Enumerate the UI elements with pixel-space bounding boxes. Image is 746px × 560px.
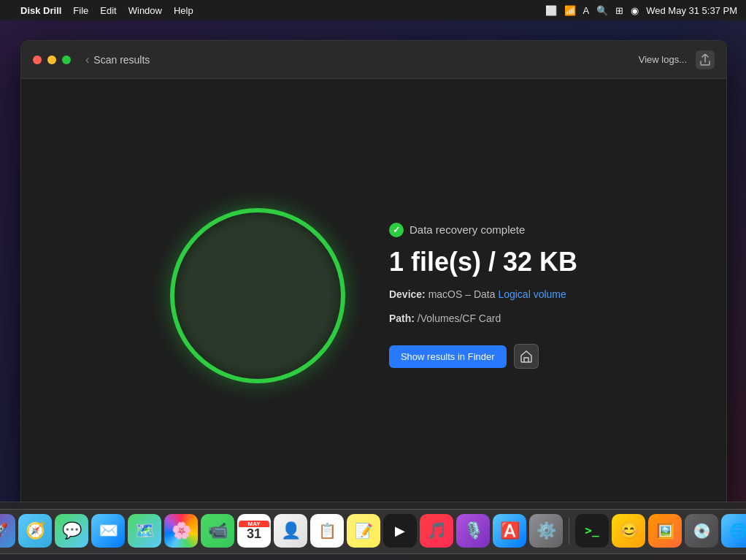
traffic-lights [33, 55, 71, 64]
home-icon [520, 350, 533, 363]
dock-item-disk-utility[interactable]: 💿 [685, 514, 718, 548]
menubar: Disk Drill File Edit Window Help ⬜ 📶 A 🔍… [0, 0, 746, 20]
control-center-icon[interactable]: ⊞ [615, 5, 623, 16]
app-name[interactable]: Disk Drill [20, 5, 61, 16]
siri-icon[interactable]: ◉ [631, 5, 639, 16]
check-icon: ✓ [389, 223, 404, 237]
dock-item-maps[interactable]: 🗺️ [128, 514, 161, 548]
view-logs-button[interactable]: View logs... [639, 54, 687, 65]
back-label: Scan results [93, 54, 150, 66]
dock-item-launchpad[interactable]: 🚀 [0, 514, 15, 548]
dock-item-preview[interactable]: 🖼️ [648, 514, 682, 548]
dock-item-photos[interactable]: 🌸 [164, 514, 198, 548]
menu-help[interactable]: Help [174, 5, 193, 16]
dock-item-podcasts[interactable]: 🎙️ [456, 514, 490, 548]
device-separator: – Data [465, 288, 498, 300]
status-text: Data recovery complete [409, 223, 525, 236]
device-line: Device: macOS – Data Logical volume [389, 286, 577, 302]
back-navigation[interactable]: ‹ Scan results [85, 53, 150, 66]
menu-window[interactable]: Window [128, 5, 162, 16]
info-panel: ✓ Data recovery complete 1 file(s) / 32 … [389, 223, 577, 369]
fullscreen-icon: ⬜ [545, 5, 557, 16]
path-label: Path: [389, 312, 415, 324]
disk-container [170, 208, 345, 383]
dock-item-facetime[interactable]: 📹 [201, 514, 234, 548]
chevron-left-icon: ‹ [85, 53, 89, 66]
device-label: Device: [389, 288, 426, 300]
path-line: Path: /Volumes/CF Card [389, 310, 577, 326]
dock-item-appstore[interactable]: 🅰️ [493, 514, 526, 548]
app-window: ‹ Scan results View logs... [20, 40, 727, 513]
buttons-row: Show results in Finder [389, 344, 577, 369]
device-name: macOS [428, 288, 463, 300]
dock-item-network[interactable]: 🌐 [721, 514, 746, 548]
dock-item-notes[interactable]: 📝 [347, 514, 380, 548]
dock-separator [569, 518, 569, 544]
title-bar: ‹ Scan results View logs... [21, 41, 726, 79]
dock-item-appletv[interactable]: ▶ [383, 514, 417, 548]
clock: Wed May 31 5:37 PM [646, 5, 737, 16]
device-type: Logical volume [498, 288, 566, 300]
share-icon [700, 54, 710, 66]
dock-item-music[interactable]: 🎵 [420, 514, 453, 548]
dock-item-contacts[interactable]: 👤 [274, 514, 307, 548]
dock-item-mail[interactable]: ✉️ [91, 514, 125, 548]
dock-item-calendar[interactable]: MAY 31 [237, 514, 271, 548]
disk-ring [170, 208, 345, 383]
dock: 🚀 🧭 💬 ✉️ 🗺️ 🌸 📹 MAY 31 [0, 502, 746, 560]
dock-item-reminders[interactable]: 📋 [310, 514, 344, 548]
home-button[interactable] [514, 344, 539, 369]
show-results-in-finder-button[interactable]: Show results in Finder [389, 345, 507, 368]
dock-item-messages[interactable]: 💬 [55, 514, 88, 548]
search-icon[interactable]: 🔍 [596, 5, 608, 16]
menu-edit[interactable]: Edit [100, 5, 116, 16]
minimize-button[interactable] [47, 55, 56, 64]
close-button[interactable] [33, 55, 42, 64]
maximize-button[interactable] [62, 55, 71, 64]
share-button[interactable] [696, 50, 715, 69]
menu-file[interactable]: File [73, 5, 88, 16]
dock-item-memoji[interactable]: 😊 [612, 514, 645, 548]
dock-inner: 🚀 🧭 💬 ✉️ 🗺️ 🌸 📹 MAY 31 [0, 509, 746, 554]
path-value: /Volumes/CF Card [418, 312, 501, 324]
dock-item-safari[interactable]: 🧭 [18, 514, 52, 548]
text-icon: A [583, 5, 590, 16]
file-count: 1 file(s) / 32 KB [389, 248, 577, 277]
status-line: ✓ Data recovery complete [389, 223, 577, 237]
dock-item-terminal[interactable]: >_ [575, 514, 609, 548]
wifi-icon: 📶 [564, 5, 576, 16]
dock-item-settings[interactable]: ⚙️ [529, 514, 563, 548]
main-content: ✓ Data recovery complete 1 file(s) / 32 … [21, 79, 726, 513]
